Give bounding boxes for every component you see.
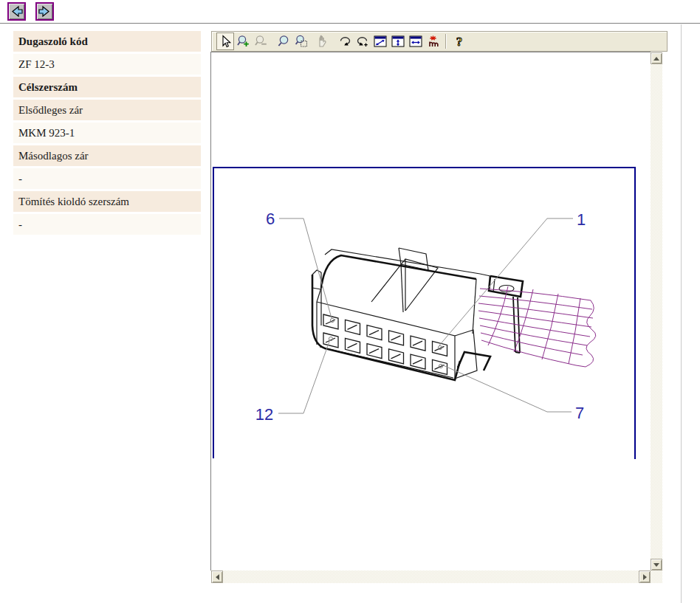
table-row-label: Tömítés kioldó szerszám bbox=[13, 191, 201, 212]
rotate-cw-icon bbox=[337, 34, 352, 49]
pan-hand-icon bbox=[315, 34, 329, 49]
connector-diagram: 6 1 12 7 bbox=[211, 52, 651, 571]
table-row-value: - bbox=[13, 168, 201, 189]
rotate-ccw-icon bbox=[355, 34, 370, 49]
pin-label-7: 7 bbox=[575, 404, 584, 422]
sheet-frame bbox=[213, 168, 635, 459]
table-row-value: ZF 12-3 bbox=[13, 54, 201, 75]
table-row-label: Elsődleges zár bbox=[13, 100, 201, 120]
zoom-out-icon bbox=[253, 34, 268, 49]
pin-label-6: 6 bbox=[266, 210, 275, 228]
zoom-button[interactable] bbox=[275, 32, 292, 50]
zoom-area-button[interactable] bbox=[292, 32, 310, 50]
scrollbar-corner bbox=[651, 571, 662, 583]
pin-labels: 6 1 12 7 bbox=[255, 210, 586, 424]
rotate-ccw-button[interactable] bbox=[354, 32, 371, 50]
zoom-icon bbox=[276, 34, 291, 49]
frame-divider-horizontal bbox=[0, 23, 700, 24]
table-row-value: - bbox=[13, 214, 201, 235]
zoom-out-button[interactable] bbox=[252, 32, 270, 50]
scroll-down-button[interactable] bbox=[651, 559, 662, 571]
application-window: _ Dugaszoló kód ZF 12-3 Célszerszám Első… bbox=[0, 0, 700, 603]
scroll-up-button[interactable] bbox=[651, 52, 662, 64]
hotspots-button[interactable] bbox=[425, 32, 442, 50]
table-row-header: Dugaszoló kód bbox=[13, 31, 201, 52]
wire-bundle bbox=[478, 286, 596, 367]
toolbar-separator bbox=[445, 34, 446, 49]
svg-text:?: ? bbox=[456, 35, 463, 49]
viewer-toolbar: ? bbox=[211, 31, 668, 52]
zoom-in-button[interactable] bbox=[234, 32, 252, 50]
select-cursor-icon bbox=[218, 34, 233, 49]
horizontal-scrollbar-track[interactable] bbox=[223, 571, 639, 583]
hotspots-icon bbox=[426, 34, 441, 49]
help-icon: ? bbox=[452, 34, 467, 49]
select-cursor-button[interactable] bbox=[216, 32, 234, 50]
arrow-left-icon bbox=[10, 5, 24, 18]
pin-label-12: 12 bbox=[255, 405, 273, 424]
pin-label-1: 1 bbox=[577, 210, 586, 229]
arrow-right-icon bbox=[38, 5, 52, 18]
fit-page-button[interactable] bbox=[371, 32, 389, 50]
scroll-right-button[interactable] bbox=[639, 571, 651, 583]
help-button[interactable]: ? bbox=[450, 32, 468, 50]
leader-lines bbox=[278, 218, 573, 413]
fit-height-icon bbox=[391, 34, 405, 49]
table-row-header: Célszerszám bbox=[13, 77, 201, 97]
connector-info-table: Dugaszoló kód ZF 12-3 Célszerszám Elsődl… bbox=[13, 31, 201, 237]
fit-page-icon bbox=[373, 34, 388, 49]
table-row-value: MKM 923-1 bbox=[13, 123, 201, 143]
back-button[interactable] bbox=[7, 2, 26, 21]
rotate-cw-button[interactable] bbox=[336, 32, 354, 50]
forward-button[interactable] bbox=[35, 2, 54, 21]
table-row-label: Másodlagos zár bbox=[13, 145, 201, 166]
fit-width-button[interactable] bbox=[407, 32, 425, 50]
scroll-left-button[interactable] bbox=[211, 571, 223, 583]
zoom-area-icon bbox=[294, 34, 309, 49]
vertical-scrollbar-track[interactable] bbox=[651, 64, 662, 559]
fit-height-button[interactable] bbox=[389, 32, 407, 50]
underscore-mark: _ bbox=[24, 13, 30, 24]
frame-divider-vertical bbox=[681, 24, 682, 603]
terminal-holes bbox=[323, 314, 447, 374]
zoom-in-icon bbox=[236, 34, 250, 49]
fit-width-icon bbox=[408, 34, 423, 49]
pan-hand-button[interactable] bbox=[313, 32, 331, 50]
